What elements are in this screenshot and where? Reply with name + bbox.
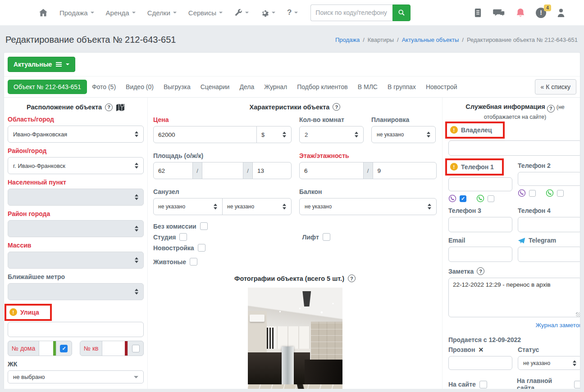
menu-deals[interactable]: Сделки (147, 9, 177, 17)
phone4-input[interactable] (518, 217, 580, 232)
viber-icon[interactable] (518, 189, 526, 197)
search-button[interactable] (392, 5, 411, 21)
owner-input[interactable] (448, 140, 580, 156)
tab-mls[interactable]: В МЛС (353, 80, 383, 94)
on-site-label: На сайте (448, 381, 476, 388)
currency-select[interactable]: $ (256, 126, 292, 143)
balcony-select[interactable]: не указано (299, 198, 437, 215)
phone3-input[interactable] (448, 217, 512, 232)
floors-total-input[interactable] (373, 162, 437, 179)
tab-tasks[interactable]: Дела (234, 80, 259, 94)
new-building-checkbox[interactable] (198, 244, 205, 252)
call-label-row: Прозвон ✕ (448, 346, 512, 353)
district-select[interactable]: г. Ивано-Франковск (8, 157, 144, 174)
menu-tools[interactable] (234, 9, 249, 17)
journal-icon[interactable] (474, 8, 482, 18)
menu-sales[interactable]: Продажа (59, 9, 94, 17)
help-icon[interactable]: ? (348, 275, 356, 282)
map-icon[interactable] (116, 103, 125, 111)
bathroom-select-2[interactable]: не указано (222, 198, 292, 215)
slash-separator: / (243, 162, 253, 179)
tab-object[interactable]: Объект № 212-643-651 (8, 80, 87, 94)
apartment-number-checkbox[interactable] (132, 345, 140, 352)
warning-icon: ! (450, 126, 458, 134)
characteristics-title-row: Характеристики объекта ? (153, 103, 437, 111)
help-icon[interactable]: ? (333, 103, 340, 111)
phone2-input[interactable] (518, 172, 580, 186)
home-icon[interactable] (39, 9, 48, 17)
menu-help[interactable]: ? (287, 8, 298, 17)
back-to-list-button[interactable]: « К списку (535, 79, 576, 95)
tab-groups[interactable]: В группах (383, 80, 421, 94)
select-arrows-icon (355, 132, 358, 138)
location-section: Расположение объекта ? Область/город Ива… (4, 98, 148, 389)
resize-handle[interactable] (576, 312, 580, 317)
house-number-checkbox[interactable]: ✓ (60, 345, 68, 352)
property-photo[interactable] (248, 288, 342, 389)
caret-down-icon (66, 63, 69, 65)
phone1-input[interactable] (448, 177, 512, 191)
tab-photos[interactable]: Фото (5) (87, 80, 121, 94)
rooms-select[interactable]: 2 (299, 126, 364, 143)
caret-down-icon (219, 12, 223, 14)
user-icon[interactable] (557, 8, 565, 18)
elevator-checkbox[interactable] (323, 233, 330, 241)
notes-log-link[interactable]: Журнал заметок (536, 322, 581, 329)
whatsapp-icon[interactable] (476, 194, 484, 203)
telegram-label-row: Telegram (518, 237, 580, 244)
clear-icon[interactable]: ✕ (478, 346, 484, 353)
alerts-icon[interactable]: ! 4 (536, 8, 546, 18)
complex-select[interactable]: не выбрано (8, 370, 144, 383)
area-living-input[interactable] (202, 162, 243, 179)
on-main-checkbox[interactable] (574, 381, 580, 388)
tab-export[interactable]: Выгрузка (159, 80, 196, 94)
pets-checkbox[interactable] (190, 258, 197, 266)
phone2-viber-checkbox[interactable] (529, 190, 536, 197)
email-input[interactable] (448, 247, 512, 262)
call-input[interactable] (448, 356, 512, 370)
menu-settings[interactable] (260, 9, 275, 17)
help-icon[interactable]: ? (547, 105, 555, 113)
phone1-annotation-box: ! Телефон 1 (445, 158, 504, 176)
region-select[interactable]: Ивано-Франковская (8, 126, 144, 143)
viber-icon[interactable] (448, 194, 456, 203)
settlement-select (8, 189, 144, 206)
note-textarea[interactable]: 22-12-2022 12:29 - перенос в архів (448, 278, 580, 317)
status-select[interactable]: не указано (518, 356, 580, 370)
metro-label: Ближайшее метро (8, 273, 144, 280)
status-dropdown-button[interactable]: Актуальные (8, 57, 75, 72)
floor-input[interactable] (299, 162, 364, 179)
phone1-viber-checkbox[interactable]: ✓ (460, 195, 466, 202)
notifications-bell-icon[interactable] (516, 8, 525, 18)
street-input[interactable] (8, 322, 144, 337)
tab-journal[interactable]: Журнал (259, 80, 292, 94)
messages-icon[interactable] (493, 8, 505, 18)
studio-checkbox[interactable] (179, 233, 187, 241)
on-site-checkbox[interactable] (479, 381, 487, 388)
photos-title: Фотографии объекта (всего 5 шт.) (234, 275, 344, 282)
search-input[interactable] (310, 5, 392, 21)
area-total-input[interactable] (153, 162, 193, 179)
telegram-input[interactable] (518, 247, 580, 262)
tab-video[interactable]: Видео (0) (121, 80, 159, 94)
price-input[interactable] (153, 126, 257, 143)
tab-scenarios[interactable]: Сценарии (196, 80, 235, 94)
no-commission-checkbox[interactable] (200, 222, 208, 230)
tab-client-match[interactable]: Подбор клиентов (292, 80, 352, 94)
whatsapp-icon[interactable] (546, 189, 554, 197)
apartment-number-input[interactable] (102, 341, 128, 356)
phone1-whatsapp-checkbox[interactable] (488, 195, 494, 202)
tab-newbuild[interactable]: Новострой (421, 80, 462, 94)
layout-select[interactable]: не указано (371, 126, 436, 143)
phone2-whatsapp-checkbox[interactable] (557, 190, 564, 197)
help-icon[interactable]: ? (105, 104, 113, 111)
help-icon[interactable]: ? (477, 267, 484, 275)
area-kitchen-input[interactable] (252, 162, 292, 179)
owner-label: Владелец (461, 126, 492, 134)
breadcrumb-sales-link[interactable]: Продажа (335, 36, 360, 43)
bathroom-select-1[interactable]: не указано (153, 198, 223, 215)
menu-rent[interactable]: Аренда (106, 9, 136, 17)
breadcrumb-actual-link[interactable]: Актуальные объекты (402, 36, 459, 43)
photos-title-row: Фотографии объекта (всего 5 шт.) ? (153, 275, 437, 282)
menu-services[interactable]: Сервисы (188, 9, 223, 17)
